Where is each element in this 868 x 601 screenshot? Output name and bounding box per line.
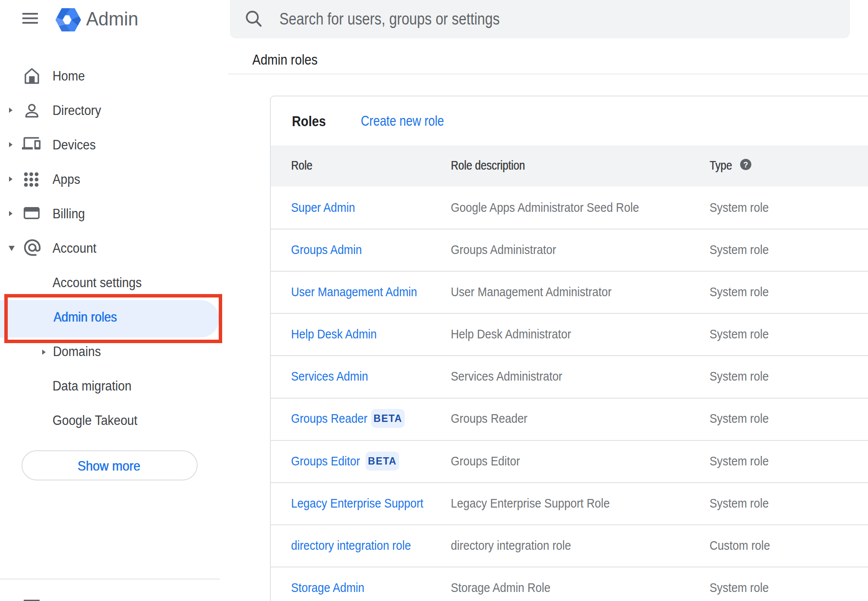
svg-text:?: ? [744,161,748,169]
